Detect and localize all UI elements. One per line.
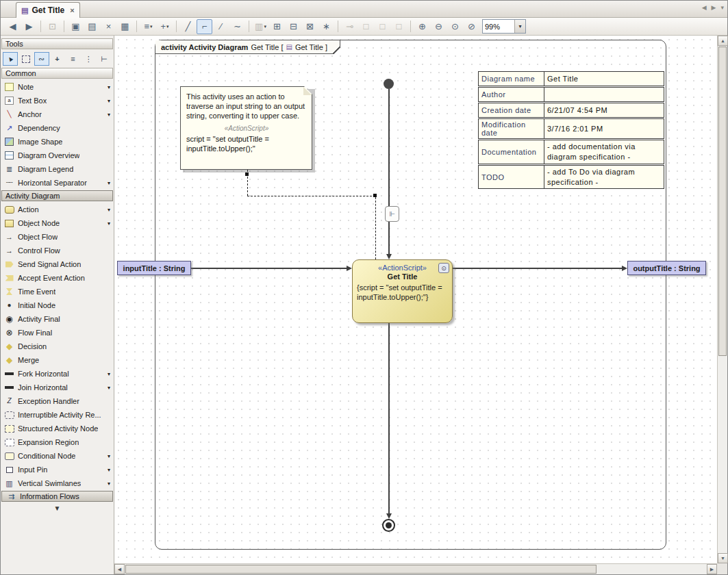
chevron-down-icon[interactable] xyxy=(108,453,110,459)
grid-a-button[interactable]: □ xyxy=(358,19,374,34)
zoom-combobox[interactable]: 99% ▾ xyxy=(482,19,526,34)
select-in-tree-button[interactable]: ⊡ xyxy=(45,19,60,34)
palette-item[interactable]: Send Signal Action xyxy=(1,257,114,271)
palette-item[interactable]: Accept Event Action xyxy=(1,271,114,285)
palette-item[interactable]: Fork Horizontal xyxy=(1,367,114,381)
straight-path-button[interactable]: ╱ xyxy=(180,19,196,34)
object-flow[interactable] xyxy=(191,268,347,269)
vertical-scroll-thumb[interactable] xyxy=(718,47,727,356)
marquee-tool[interactable] xyxy=(18,52,34,66)
tab-get-title[interactable]: ▤ Get Title × xyxy=(16,2,80,18)
palette-item[interactable]: Dependency xyxy=(1,121,114,135)
object-flow[interactable] xyxy=(453,268,622,269)
forward-button[interactable]: ▶ xyxy=(21,19,37,34)
copy-button[interactable]: ▣ xyxy=(68,19,84,34)
to-front-button[interactable]: ⊞ xyxy=(269,19,285,34)
scroll-left-icon[interactable]: ◀ xyxy=(114,564,125,574)
zoom-value[interactable]: 99% xyxy=(483,23,514,31)
palette-item[interactable]: Image Shape xyxy=(1,135,114,149)
palette-item[interactable]: Interruptible Activity Re... xyxy=(1,408,114,422)
diagram-canvas[interactable]: activity Activity Diagram Get Title [ ▤ … xyxy=(114,36,717,563)
paste-button[interactable]: ▤ xyxy=(84,19,100,34)
align-tool[interactable] xyxy=(65,52,80,66)
activity-final-node[interactable] xyxy=(382,519,395,532)
section-tools[interactable]: Tools xyxy=(1,38,113,49)
initial-node[interactable] xyxy=(384,79,394,89)
palette-item[interactable]: Control Flow xyxy=(1,244,114,257)
palette-item[interactable]: Object Flow xyxy=(1,230,114,244)
next-tab-icon[interactable]: ▶ xyxy=(712,4,716,11)
horizontal-scroll-thumb[interactable] xyxy=(125,565,597,574)
distribute-tool[interactable] xyxy=(81,52,96,66)
scroll-right-icon[interactable]: ▶ xyxy=(707,564,717,574)
palette-item[interactable]: Vertical Swimlanes xyxy=(1,476,114,490)
palette-item[interactable]: Activity Final xyxy=(1,312,114,326)
tab-list-icon[interactable]: ▾ xyxy=(720,4,724,11)
back-button[interactable]: ◀ xyxy=(5,19,21,34)
horizontal-scrollbar[interactable]: ◀ ▶ xyxy=(114,563,717,574)
palette-item[interactable]: Time Event xyxy=(1,285,114,298)
pointer-tool[interactable] xyxy=(3,52,18,66)
palette-item[interactable]: Exception Handler xyxy=(1,394,114,408)
palette-item[interactable]: Action xyxy=(1,203,114,216)
curved-path-button[interactable]: ∼ xyxy=(229,19,245,34)
palette-item[interactable]: Diagram Legend xyxy=(1,162,114,176)
remove-from-diagram-button[interactable]: ⊠ xyxy=(302,19,318,34)
to-back-button[interactable]: ⊟ xyxy=(286,19,301,34)
palette-item[interactable]: Text Box xyxy=(1,94,114,107)
grid-c-button[interactable]: □ xyxy=(391,19,407,34)
rectilinear-path-button[interactable]: ⌐ xyxy=(197,19,212,34)
palette-item[interactable]: Merge xyxy=(1,353,114,367)
swimlane-button[interactable]: ▥▾ xyxy=(253,19,268,34)
scroll-down-icon[interactable]: ▼ xyxy=(718,553,728,563)
oblique-path-button[interactable]: ∕ xyxy=(213,19,229,34)
delete-button[interactable]: × xyxy=(101,19,116,34)
chevron-down-icon[interactable] xyxy=(108,84,110,90)
note[interactable]: This activity uses an action to traverse… xyxy=(180,86,312,170)
tree-layout-tool[interactable] xyxy=(97,52,112,66)
chevron-down-icon[interactable] xyxy=(108,220,110,227)
frame-heading[interactable]: activity Activity Diagram Get Title [ ▤ … xyxy=(155,40,340,54)
zoom-in-button[interactable]: ⊕ xyxy=(414,19,430,34)
output-parameter-node[interactable]: outputTitle : String xyxy=(627,261,706,275)
section-common[interactable]: Common xyxy=(1,68,113,79)
input-parameter-node[interactable]: inputTitle : String xyxy=(117,261,191,275)
chevron-down-icon[interactable] xyxy=(108,98,110,104)
anchor-line[interactable] xyxy=(247,196,375,196)
palette-item[interactable]: Conditional Node xyxy=(1,449,114,463)
properties-button[interactable]: ▦ xyxy=(117,19,133,34)
chevron-down-icon[interactable] xyxy=(108,481,110,487)
zoom-selection-button[interactable]: ⊘ xyxy=(464,19,479,34)
section-activity-diagram[interactable]: Activity Diagram xyxy=(1,190,113,201)
chevron-down-icon[interactable] xyxy=(108,467,110,473)
chevron-down-icon[interactable] xyxy=(108,371,110,377)
scroll-up-icon[interactable]: ▲ xyxy=(718,36,728,46)
add-element-button[interactable]: +▾ xyxy=(157,19,173,34)
palette-item[interactable]: Horizontal Separator xyxy=(1,176,114,190)
control-flow[interactable] xyxy=(388,323,390,513)
palette-scroll-down-icon[interactable]: ▼ xyxy=(1,503,114,512)
grid-b-button[interactable]: □ xyxy=(375,19,390,34)
palette-item[interactable]: Flow Final xyxy=(1,326,114,340)
chevron-down-icon[interactable]: ▾ xyxy=(514,20,525,33)
flow-adornment-icon[interactable]: ⊩ xyxy=(385,206,399,222)
action-node[interactable]: ⊙ «ActionScript» Get Title {script = "se… xyxy=(352,259,453,323)
palette-item[interactable]: Initial Node xyxy=(1,298,114,312)
zoom-out-button[interactable]: ⊖ xyxy=(431,19,447,34)
chevron-down-icon[interactable] xyxy=(108,180,110,186)
close-icon[interactable]: × xyxy=(70,6,74,14)
palette-item[interactable]: Note xyxy=(1,80,114,94)
palette-item[interactable]: Join Horizontal xyxy=(1,381,114,394)
palette-item[interactable]: Structured Activity Node xyxy=(1,422,114,435)
palette-item[interactable]: Object Node xyxy=(1,216,114,230)
link-button[interactable]: ⊸ xyxy=(342,19,357,34)
chevron-down-icon[interactable] xyxy=(108,207,110,213)
palette-item[interactable]: Anchor xyxy=(1,107,114,121)
palette-item[interactable]: Expansion Region xyxy=(1,435,114,449)
control-flow[interactable] xyxy=(388,89,390,254)
diagram-info-table[interactable]: Diagram name Get Title Author Creation d… xyxy=(478,71,664,190)
section-information-flows[interactable]: Information Flows xyxy=(1,491,113,502)
chevron-down-icon[interactable] xyxy=(108,385,110,391)
zoom-fit-button[interactable]: ⊙ xyxy=(447,19,463,34)
palette-item[interactable]: Decision xyxy=(1,340,114,353)
